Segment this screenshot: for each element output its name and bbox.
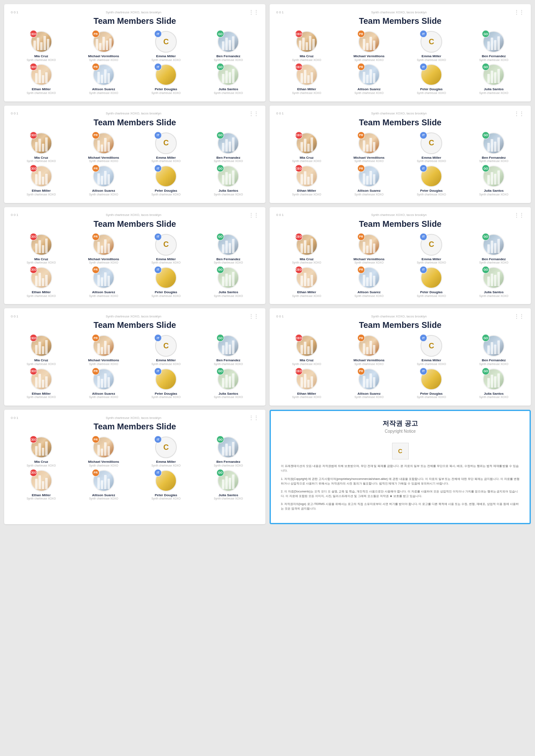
copyright-title: 저작권 공고 <box>281 419 520 428</box>
member-name-michael-1: Michael Vermillions <box>88 54 119 58</box>
member-name-emma-1: Emma Miller <box>156 54 176 58</box>
copyright-body-4: 3. 저작권자의(logo) 로고 /TERMS 사용을 위해서는 로고의 직접… <box>281 502 520 511</box>
slide-meta-2: 0 0 1 Synth chartreuse XOXO, tacos brook… <box>276 9 524 15</box>
member-julia-1: GO Julia Santos Synth chartreuse XOXO <box>198 64 259 94</box>
slide-num-1: 0 0 1 <box>11 10 18 14</box>
member-sub-emma-1: Synth chartreuse XOXO <box>151 58 181 62</box>
badge-it-emma-1: IT <box>154 30 162 38</box>
member-ethan-2: CEO Ethan Miller Synth chartreuse XOXO <box>276 64 337 94</box>
copyright-body-2: 1. 저작권(Copyright) 에 관한 고지사항이며(proprietar… <box>281 477 520 486</box>
copyright-subtitle: Copyright Notice <box>281 429 520 434</box>
member-sub-mia-1: Synth chartreuse XOXO <box>27 58 56 62</box>
member-sub-ben-1: Synth chartreuse XOXO <box>214 58 243 62</box>
member-ethan-1: CEO Ethan Miller Synth chartreuse XOXO <box>11 64 71 94</box>
slide-1: 0 0 1 Synth chartreuse XOXO, tacos brook… <box>4 4 265 101</box>
slide-5: 0 0 1Synth chartreuse XOXO, tacos brookl… <box>4 207 265 304</box>
avatar-wrap-allison-1: PR <box>93 64 115 86</box>
slide-2: 0 0 1 Synth chartreuse XOXO, tacos brook… <box>270 4 531 101</box>
slide-4: 0 0 1Synth chartreuse XOXO, tacos brookl… <box>270 106 531 203</box>
slides-grid: 0 0 1 Synth chartreuse XOXO, tacos brook… <box>4 4 531 524</box>
slide-subtitle-2: Synth chartreuse XOXO, tacos brooklyn <box>284 10 514 14</box>
member-sub-julia-1: Synth chartreuse XOXO <box>214 91 243 95</box>
slide-8: 0 0 1Synth chartreuse XOXO, tacos brookl… <box>270 308 531 406</box>
member-allison-2: PR Allison Suarez Synth chartreuse XOXO <box>339 64 399 94</box>
copyright-logo-box: C <box>392 443 409 459</box>
slide-meta-1: 0 0 1 Synth chartreuse XOXO, tacos brook… <box>11 9 259 15</box>
member-sub-peter-1: Synth chartreuse XOXO <box>151 91 181 95</box>
members-grid-1: CEO Mia Cruz Synth chartreuse XOXO PR Mi… <box>11 31 259 95</box>
member-mia-1: CEO Mia Cruz Synth chartreuse XOXO <box>11 31 71 61</box>
member-michael-1: PR Michael Vermillions Synth chartreuse … <box>73 31 134 61</box>
member-name-peter-1: Peter Douglas <box>155 87 177 91</box>
avatar-wrap-julia-1: GO <box>217 64 239 86</box>
copyright-body-3: 2. 이 자료(Documents)는 오직 오디 오 설명, 교육 및 학습,… <box>281 489 520 498</box>
member-michael-2: PR Michael Vermillions Synth chartreuse … <box>339 31 399 61</box>
member-sub-allison-1: Synth chartreuse XOXO <box>89 91 118 95</box>
member-name-ethan-1: Ethan Miller <box>32 87 51 91</box>
member-julia-2: GO Julia Santos Synth chartreuse XOXO <box>464 64 524 94</box>
badge-ceo-mia-1: CEO <box>30 30 37 38</box>
member-sub-ethan-1: Synth chartreuse XOXO <box>27 91 56 95</box>
copyright-panel: 저작권 공고 Copyright Notice C 이 프레젠테이션의 모든 내… <box>270 410 531 524</box>
member-allison-1: PR Allison Suarez Synth chartreuse XOXO <box>73 64 134 94</box>
avatar-wrap-ben-1: GO <box>217 31 239 53</box>
member-ben-1: GO Ben Fernandez Synth chartreuse XOXO <box>198 31 259 61</box>
copyright-body: 이 프레젠테이션의 모든 내용은 저작권법에 의해 보호받으며, 무단 전재 및… <box>281 464 520 515</box>
slide-9: 0 0 1Synth chartreuse XOXO, tacos brookl… <box>4 410 265 524</box>
avatar-wrap-peter-1: IT <box>155 64 177 86</box>
badge-ceo-ethan-1: CEO <box>30 63 37 71</box>
member-peter-1: IT Peter Douglas Synth chartreuse XOXO <box>136 64 196 94</box>
menu-icon-1[interactable]: ⋮⋮ <box>249 9 259 15</box>
member-emma-2: CIT Emma Miller Synth chartreuse XOXO <box>401 31 462 61</box>
slide-title-1: Team Members Slide <box>11 16 259 26</box>
slide-7: 0 0 1Synth chartreuse XOXO, tacos brookl… <box>4 308 265 406</box>
slide-title-2: Team Members Slide <box>276 16 524 26</box>
avatar-wrap-ethan-1: CEO <box>31 64 52 86</box>
avatar-wrap-michael-1: PR <box>93 31 115 53</box>
slide-3: 0 0 1Synth chartreuse XOXO, tacos brookl… <box>4 106 265 203</box>
member-ben-2: GO Ben Fernandez Synth chartreuse XOXO <box>464 31 524 61</box>
members-grid-2: CEO Mia Cruz Synth chartreuse XOXO PR Mi… <box>276 31 524 95</box>
slide-subtitle-1: Synth chartreuse XOXO, tacos brooklyn <box>18 10 249 14</box>
menu-icon-2[interactable]: ⋮⋮ <box>514 9 524 15</box>
member-peter-2: IT Peter Douglas Synth chartreuse XOXO <box>401 64 462 94</box>
member-mia-2: CEO Mia Cruz Synth chartreuse XOXO <box>276 31 337 61</box>
copyright-body-1: 이 프레젠테이션의 모든 내용은 저작권법에 의해 보호받으며, 무단 전재 및… <box>281 464 520 473</box>
slide-num-2: 0 0 1 <box>276 10 284 14</box>
member-name-ben-1: Ben Fernandez <box>217 54 240 58</box>
slide-6: 0 0 1Synth chartreuse XOXO, tacos brookl… <box>270 207 531 304</box>
avatar-wrap-emma-1: C IT <box>155 31 177 53</box>
avatar-wrap-mia-1: CEO <box>31 31 52 53</box>
badge-pr-michael-1: PR <box>92 30 99 38</box>
copyright-logo: C <box>281 443 520 459</box>
member-name-allison-1: Allison Suarez <box>92 87 115 91</box>
member-emma-1: C IT Emma Miller Synth chartreuse XOXO <box>136 31 196 61</box>
member-name-julia-1: Julia Santos <box>219 87 238 91</box>
member-sub-michael-1: Synth chartreuse XOXO <box>89 58 118 62</box>
member-name-mia-1: Mia Cruz <box>34 54 48 58</box>
